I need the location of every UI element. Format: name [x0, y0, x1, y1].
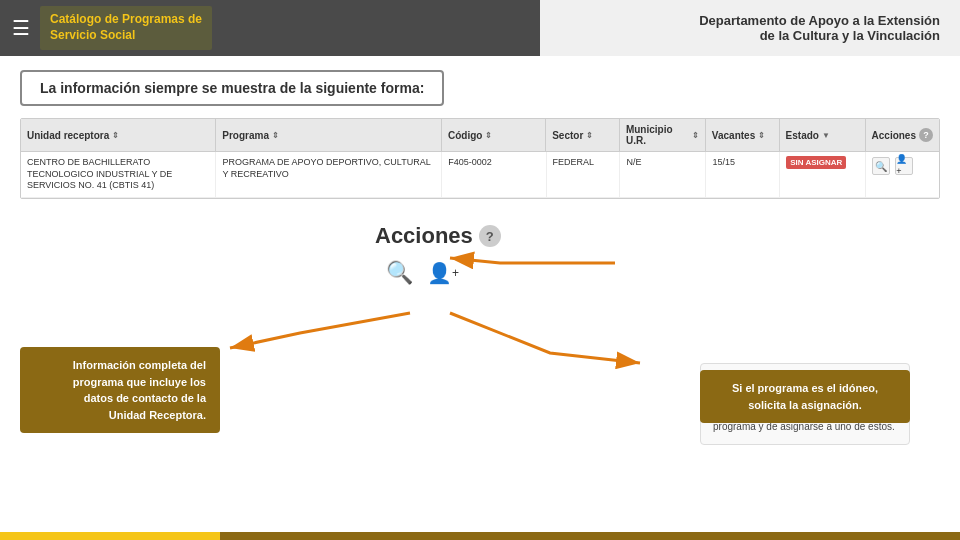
acciones-icon-row: 🔍 👤+ [375, 257, 501, 289]
acciones-text: Acciones [375, 223, 473, 249]
td-vacantes: 15/15 [706, 152, 780, 197]
sort-icon-estado[interactable]: ▼ [822, 131, 830, 140]
info-left-line4: Unidad Receptora. [34, 407, 206, 424]
header-title-line2: Servicio Social [50, 28, 202, 44]
header-title-box: Catálogo de Programas de Servicio Social [40, 6, 212, 49]
sort-icon-municipio[interactable]: ⇕ [692, 131, 699, 140]
sort-icon-vacantes[interactable]: ⇕ [758, 131, 765, 140]
dept-line2: de la Cultura y la Vinculación [699, 28, 940, 43]
info-banner-text: La información siempre se muestra de la … [40, 80, 424, 96]
td-codigo: F405-0002 [442, 152, 546, 197]
assign-action-icon[interactable]: 👤+ [895, 157, 913, 175]
td-programa: PROGRAMA DE APOYO DEPORTIVO, CULTURAL Y … [216, 152, 442, 197]
sort-icon-sector[interactable]: ⇕ [586, 131, 593, 140]
acciones-label: Acciones ? [375, 223, 501, 249]
header: ☰ Catálogo de Programas de Servicio Soci… [0, 0, 960, 56]
estado-badge: SIN ASIGNAR [786, 156, 846, 169]
info-left-line2: programa que incluye los [34, 374, 206, 391]
header-dept-text: Departamento de Apoyo a la Extensión de … [699, 13, 940, 43]
table-header: Unidad receptora ⇕ Programa ⇕ Código ⇕ S… [21, 119, 939, 152]
th-codigo: Código ⇕ [442, 119, 546, 151]
main-content: La información siempre se muestra de la … [0, 56, 960, 447]
th-unidad: Unidad receptora ⇕ [21, 119, 216, 151]
menu-icon[interactable]: ☰ [12, 16, 30, 40]
info-banner: La información siempre se muestra de la … [20, 70, 444, 106]
header-title-line1: Catálogo de Programas de [50, 12, 202, 28]
info-bottom-right-line2: solicita la asignación. [714, 397, 896, 414]
th-vacantes: Vacantes ⇕ [706, 119, 780, 151]
sort-icon-unidad[interactable]: ⇕ [112, 131, 119, 140]
sort-icon-codigo[interactable]: ⇕ [485, 131, 492, 140]
sort-icon-programa[interactable]: ⇕ [272, 131, 279, 140]
th-programa: Programa ⇕ [216, 119, 442, 151]
bottom-bar-yellow [0, 532, 220, 540]
th-acciones: Acciones ? [866, 119, 939, 151]
td-sector: FEDERAL [547, 152, 621, 197]
td-unidad: CENTRO DE BACHILLERATO TECNOLOGICO INDUS… [21, 152, 216, 197]
dept-line1: Departamento de Apoyo a la Extensión [699, 13, 940, 28]
table-row: CENTRO DE BACHILLERATO TECNOLOGICO INDUS… [21, 152, 939, 198]
bottom-bar [0, 532, 960, 540]
th-sector: Sector ⇕ [546, 119, 620, 151]
th-municipio: Municipio U.R. ⇕ [620, 119, 706, 151]
td-acciones: 🔍 👤+ [866, 152, 939, 197]
action-icons: 🔍 👤+ [872, 157, 933, 175]
info-bottom-right-line1: Si el programa es el idóneo, [714, 380, 896, 397]
info-box-bottom-right: Si el programa es el idóneo, solicita la… [700, 370, 910, 423]
programs-table: Unidad receptora ⇕ Programa ⇕ Código ⇕ S… [20, 118, 940, 199]
acciones-question-badge[interactable]: ? [479, 225, 501, 247]
info-left-line1: Información completa del [34, 357, 206, 374]
acciones-panel: Acciones ? 🔍 👤+ [375, 223, 501, 289]
info-left-line3: datos de contacto de la [34, 390, 206, 407]
header-dept: Departamento de Apoyo a la Extensión de … [540, 0, 960, 56]
acciones-help-icon[interactable]: ? [919, 128, 933, 142]
th-estado: Estado ▼ [780, 119, 866, 151]
search-action-icon[interactable]: 🔍 [872, 157, 890, 175]
td-estado: SIN ASIGNAR [780, 152, 866, 197]
acciones-search-icon[interactable]: 🔍 [383, 257, 415, 289]
acciones-assign-icon[interactable]: 👤+ [427, 257, 459, 289]
bottom-bar-brown [220, 532, 960, 540]
info-box-left: Información completa del programa que in… [20, 347, 220, 433]
td-municipio: N/E [620, 152, 706, 197]
